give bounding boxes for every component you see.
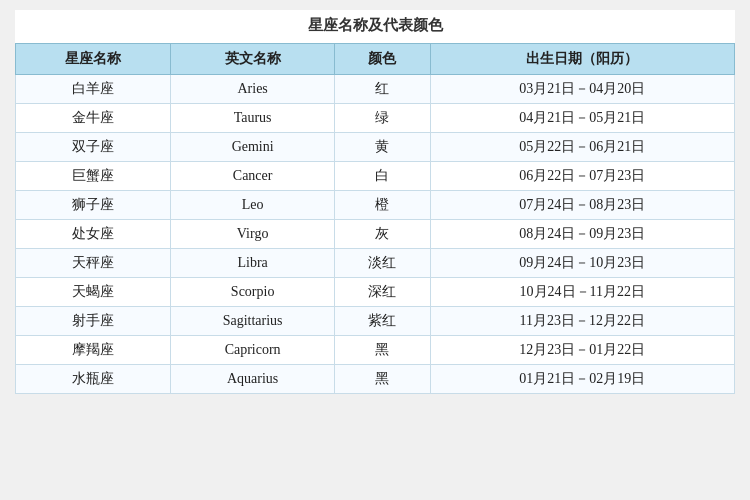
cell-english: Capricorn xyxy=(171,336,335,365)
cell-color: 黑 xyxy=(334,336,430,365)
page-title: 星座名称及代表颜色 xyxy=(15,10,735,43)
table-row: 金牛座Taurus绿04月21日－05月21日 xyxy=(16,104,735,133)
cell-english: Scorpio xyxy=(171,278,335,307)
cell-color: 淡红 xyxy=(334,249,430,278)
cell-english: Gemini xyxy=(171,133,335,162)
cell-chinese: 双子座 xyxy=(16,133,171,162)
cell-dates: 09月24日－10月23日 xyxy=(430,249,734,278)
cell-chinese: 水瓶座 xyxy=(16,365,171,394)
cell-color: 紫红 xyxy=(334,307,430,336)
table-row: 天秤座Libra淡红09月24日－10月23日 xyxy=(16,249,735,278)
cell-english: Sagittarius xyxy=(171,307,335,336)
cell-dates: 04月21日－05月21日 xyxy=(430,104,734,133)
cell-dates: 10月24日－11月22日 xyxy=(430,278,734,307)
cell-english: Virgo xyxy=(171,220,335,249)
cell-color: 黄 xyxy=(334,133,430,162)
table-row: 白羊座Aries红03月21日－04月20日 xyxy=(16,75,735,104)
cell-english: Cancer xyxy=(171,162,335,191)
cell-english: Taurus xyxy=(171,104,335,133)
cell-dates: 07月24日－08月23日 xyxy=(430,191,734,220)
col-header-english: 英文名称 xyxy=(171,44,335,75)
table-row: 天蝎座Scorpio深红10月24日－11月22日 xyxy=(16,278,735,307)
col-header-chinese: 星座名称 xyxy=(16,44,171,75)
cell-dates: 03月21日－04月20日 xyxy=(430,75,734,104)
cell-chinese: 摩羯座 xyxy=(16,336,171,365)
cell-english: Libra xyxy=(171,249,335,278)
cell-color: 橙 xyxy=(334,191,430,220)
cell-dates: 11月23日－12月22日 xyxy=(430,307,734,336)
table-row: 射手座Sagittarius紫红11月23日－12月22日 xyxy=(16,307,735,336)
table-row: 狮子座Leo橙07月24日－08月23日 xyxy=(16,191,735,220)
cell-dates: 12月23日－01月22日 xyxy=(430,336,734,365)
col-header-color: 颜色 xyxy=(334,44,430,75)
table-body: 白羊座Aries红03月21日－04月20日金牛座Taurus绿04月21日－0… xyxy=(16,75,735,394)
col-header-dates: 出生日期（阳历） xyxy=(430,44,734,75)
cell-color: 白 xyxy=(334,162,430,191)
cell-chinese: 天秤座 xyxy=(16,249,171,278)
cell-color: 绿 xyxy=(334,104,430,133)
table-row: 摩羯座Capricorn黑12月23日－01月22日 xyxy=(16,336,735,365)
cell-english: Aquarius xyxy=(171,365,335,394)
cell-english: Aries xyxy=(171,75,335,104)
zodiac-table: 星座名称 英文名称 颜色 出生日期（阳历） 白羊座Aries红03月21日－04… xyxy=(15,43,735,394)
cell-dates: 08月24日－09月23日 xyxy=(430,220,734,249)
cell-english: Leo xyxy=(171,191,335,220)
cell-color: 红 xyxy=(334,75,430,104)
main-container: 星座名称及代表颜色 星座名称 英文名称 颜色 出生日期（阳历） 白羊座Aries… xyxy=(15,10,735,394)
cell-dates: 06月22日－07月23日 xyxy=(430,162,734,191)
cell-chinese: 狮子座 xyxy=(16,191,171,220)
cell-chinese: 金牛座 xyxy=(16,104,171,133)
table-header-row: 星座名称 英文名称 颜色 出生日期（阳历） xyxy=(16,44,735,75)
cell-chinese: 白羊座 xyxy=(16,75,171,104)
cell-dates: 05月22日－06月21日 xyxy=(430,133,734,162)
table-row: 巨蟹座Cancer白06月22日－07月23日 xyxy=(16,162,735,191)
cell-chinese: 天蝎座 xyxy=(16,278,171,307)
cell-chinese: 处女座 xyxy=(16,220,171,249)
cell-chinese: 巨蟹座 xyxy=(16,162,171,191)
cell-dates: 01月21日－02月19日 xyxy=(430,365,734,394)
table-row: 双子座Gemini黄05月22日－06月21日 xyxy=(16,133,735,162)
cell-color: 灰 xyxy=(334,220,430,249)
cell-chinese: 射手座 xyxy=(16,307,171,336)
table-row: 处女座Virgo灰08月24日－09月23日 xyxy=(16,220,735,249)
cell-color: 深红 xyxy=(334,278,430,307)
cell-color: 黑 xyxy=(334,365,430,394)
table-row: 水瓶座Aquarius黑01月21日－02月19日 xyxy=(16,365,735,394)
